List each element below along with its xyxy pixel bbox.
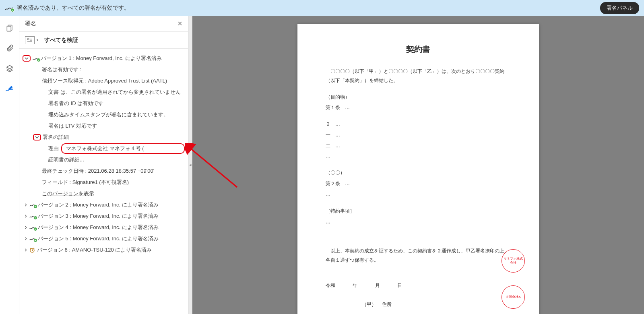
attachment-icon[interactable] [5, 44, 14, 53]
not-modified-text: 文書 は、この署名が適用されてから変更されていません [48, 89, 181, 96]
signature-valid-icon [32, 56, 39, 61]
verify-options-icon[interactable] [25, 36, 35, 44]
party-kou-name: 氏名 [326, 312, 511, 314]
tokuyaku-cont: … [326, 217, 511, 227]
svg-rect-2 [27, 39, 29, 40]
signature-valid-icon [29, 225, 36, 230]
cert-details-link[interactable]: 証明書の詳細... [48, 156, 84, 163]
section1-header: （目的物） [326, 93, 511, 102]
signer-id-valid-text: 署名者の ID は有効です [48, 100, 103, 107]
list-i1: 一 … [326, 130, 511, 140]
close-icon[interactable]: × [178, 19, 182, 28]
chevron-right-icon[interactable] [23, 224, 29, 231]
panel-collapse-handle[interactable] [188, 16, 192, 314]
version-4-label[interactable]: バージョン 4 : Money Forward, Inc. により署名済み [38, 224, 159, 231]
show-version-link[interactable]: このバージョンを表示 [42, 190, 94, 197]
panel-title: 署名 [25, 20, 36, 27]
list-i2: 二 … [326, 141, 511, 151]
signature-status-banner: 署名済みであり、すべての署名が有効です。 署名パネル [0, 0, 644, 16]
ltv-text: 署名は LTV 対応です [48, 122, 97, 130]
banner-status-text: 署名済みであり、すべての署名が有効です。 [17, 4, 130, 12]
list-dots: … [326, 152, 511, 161]
verify-all-button[interactable]: すべてを検証 [44, 37, 78, 44]
chevron-right-icon[interactable] [23, 236, 29, 242]
version-1-label[interactable]: バージョン 1 : Money Forward, Inc. により署名済み [41, 55, 162, 62]
svg-rect-1 [7, 26, 11, 31]
tokuyaku-header: ［特約事項］ [326, 207, 511, 216]
section2-header: （〇〇） [326, 168, 511, 178]
field-text: フィールド : Signature1 (不可視署名) [42, 179, 129, 186]
stamp-otsu: ※同会社A [502, 285, 525, 309]
last-checked-text: 最終チェック日時 : 2021.06.28 18:35:57 +09'00' [42, 167, 154, 175]
pdf-page: 契約書 〇〇〇〇（以下「甲」）と〇〇〇〇（以下「乙」）は、次のとおり〇〇〇〇契約… [297, 24, 539, 314]
article-2: 第２条 … [326, 179, 511, 188]
signature-valid-icon [29, 202, 36, 208]
trust-source-text: 信頼ソース取得元 : Adobe Approved Trust List (AA… [42, 77, 167, 85]
signature-tree: バージョン 1 : Money Forward, Inc. により署名済み 署名… [19, 49, 188, 314]
document-viewer[interactable]: 契約書 〇〇〇〇（以下「甲」）と〇〇〇〇（以下「乙」）は、次のとおり〇〇〇〇契約… [192, 16, 644, 314]
party-kou-addr: （甲） 住所 [326, 300, 511, 309]
version-6-label[interactable]: バージョン 6 : AMANO-TSU-120 により署名済み [37, 246, 152, 254]
signature-pen-icon[interactable] [5, 84, 14, 93]
stamp-kou: マネフォ株式 会社 [502, 249, 525, 273]
timestamp-icon [29, 247, 35, 253]
signature-details-header[interactable]: 署名の詳細 [43, 134, 69, 141]
chevron-down-details-highlighted[interactable] [33, 134, 41, 140]
list-2: ２ … [326, 120, 511, 129]
version-2-label[interactable]: バージョン 2 : Money Forward, Inc. により署名済み [38, 201, 159, 209]
timestamp-text: 埋め込みタイムスタンプが署名に含まれています。 [48, 111, 169, 118]
left-tool-rail [0, 16, 19, 314]
article-2-cont: … [326, 190, 511, 199]
signature-valid-icon [29, 213, 36, 219]
signature-panel-button[interactable]: 署名パネル [600, 2, 639, 14]
signature-side-panel: 署名 × すべてを検証 バージョン 1 : Money Forward, Inc… [19, 16, 188, 314]
signature-valid-icon [29, 236, 36, 242]
chevron-right-icon[interactable] [23, 247, 29, 253]
chevron-right-icon[interactable] [23, 213, 29, 219]
chevron-down-highlighted[interactable] [23, 55, 31, 62]
chevron-right-icon[interactable] [23, 202, 29, 208]
closing-text: 以上、本契約の成立を証するため、この契約書を２通作成し、甲乙署名捺印の上、各自１… [326, 246, 511, 265]
signature-valid-icon [5, 5, 13, 11]
date-line: 令和 年 月 日 [326, 281, 511, 290]
doc-title: 契約書 [326, 44, 511, 55]
preamble: 〇〇〇〇（以下「甲」）と〇〇〇〇（以下「乙」）は、次のとおり〇〇〇〇契約（以下「… [326, 67, 511, 85]
layers-icon[interactable] [5, 64, 14, 73]
article-1: 第１条 … [326, 103, 511, 112]
version-3-label[interactable]: バージョン 3 : Money Forward, Inc. により署名済み [38, 213, 159, 220]
reason-value-highlighted: マネフォ株式会社 マネフォ４号 ( [61, 143, 185, 154]
sig-valid-text: 署名は有効です : [42, 66, 81, 73]
version-5-label[interactable]: バージョン 5 : Money Forward, Inc. により署名済み [38, 235, 159, 242]
reason-label: 理由 [48, 145, 59, 152]
pages-icon[interactable] [5, 24, 14, 33]
